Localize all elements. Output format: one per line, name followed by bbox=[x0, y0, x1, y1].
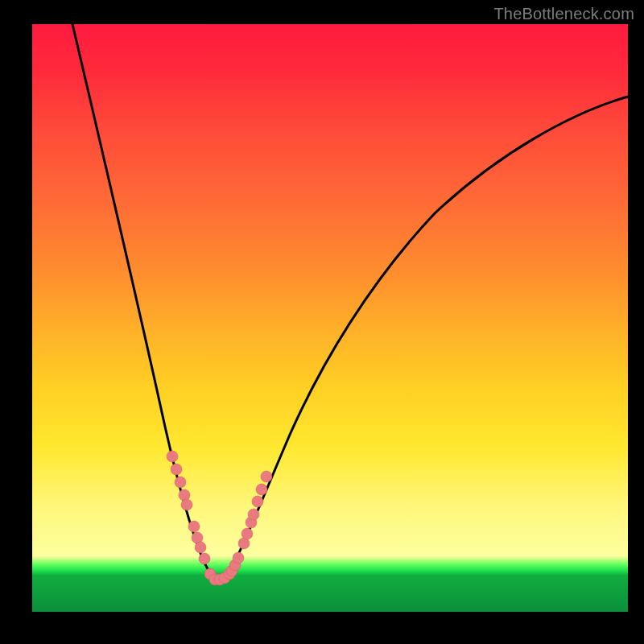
dot bbox=[181, 499, 192, 510]
dot bbox=[175, 477, 186, 488]
dot bbox=[195, 542, 206, 553]
bottleneck-curve bbox=[72, 24, 628, 580]
dot bbox=[188, 521, 200, 532]
dot bbox=[179, 489, 190, 501]
curve-layer bbox=[32, 24, 628, 612]
sample-dots bbox=[167, 451, 272, 585]
dot bbox=[171, 464, 182, 475]
watermark-text: TheBottleneck.com bbox=[493, 5, 634, 23]
dot bbox=[167, 451, 178, 462]
dot bbox=[248, 509, 259, 520]
dot bbox=[242, 528, 253, 539]
dot bbox=[199, 553, 210, 564]
dot bbox=[261, 471, 272, 482]
outer-frame: TheBottleneck.com bbox=[0, 0, 644, 644]
plot-area bbox=[32, 24, 628, 612]
dot bbox=[256, 484, 267, 495]
dot bbox=[252, 496, 263, 507]
dot bbox=[233, 552, 244, 564]
